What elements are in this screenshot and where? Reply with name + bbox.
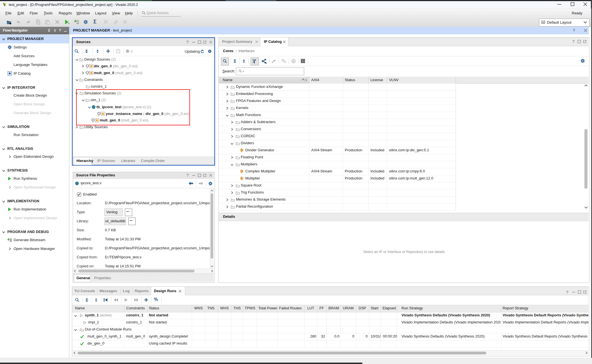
- svg-text:?: ?: [117, 50, 119, 53]
- svg-text:10: 10: [10, 240, 12, 242]
- svg-text:01: 01: [77, 20, 79, 22]
- svg-text:10: 10: [77, 22, 79, 24]
